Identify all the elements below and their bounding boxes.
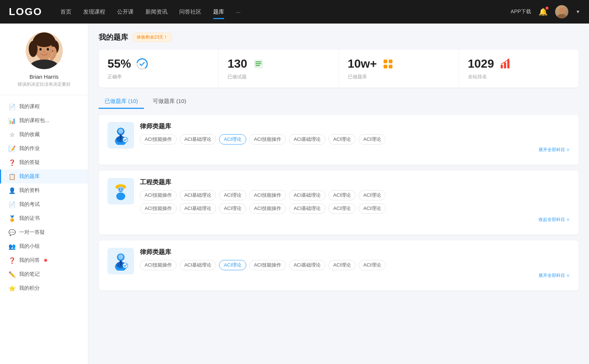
tag-2-3[interactable]: ACI理论 [219,190,246,200]
sidebar-menu-item-2[interactable]: ☆ 我的收藏 [0,128,88,142]
tag-3-2[interactable]: ACI基础理论 [180,260,216,270]
tag-2-13[interactable]: ACI理论 [328,203,356,214]
tag-1-7[interactable]: ACI理论 [359,134,386,144]
tag-2-11[interactable]: ACI技能操作 [249,203,286,214]
qbank-title-3: 律师类题库 [140,248,570,256]
sidebar-menu-item-8[interactable]: 🏅 我的证书 [0,211,88,225]
svg-rect-24 [501,65,503,68]
expand-btn-3[interactable]: 展开全部科目 ∨ [140,272,570,279]
nav-item-问答社区[interactable]: 问答社区 [179,7,201,17]
notification-bell[interactable]: 🔔 [539,7,548,16]
stat-questions-done-icon [252,57,265,71]
tag-1-5[interactable]: ACI基础理论 [289,134,326,144]
stat-rank-value: 1029 [468,57,494,71]
sidebar-menu-item-10[interactable]: 👥 我的小组 [0,239,88,253]
nav-item-题库[interactable]: 题库 [213,7,224,17]
sidebar-menu: 📄 我的课程 📊 我的课程包... ☆ 我的收藏 📝 我的作业 ❓ [0,100,88,295]
tag-3-6[interactable]: ACI理论 [328,260,356,270]
tag-3-7[interactable]: ACI理论 [359,260,386,270]
svg-rect-25 [504,63,506,68]
qbank-card-lawyer-2: 律师类题库 ACI技能操作 ACI基础理论 ACI理论 ACI技能操作 ACI基… [99,240,579,290]
qbank-icon-lawyer-1 [107,122,134,149]
tag-3-1[interactable]: ACI技能操作 [140,260,177,270]
stat-accuracy-icon [135,57,149,71]
tag-1-4[interactable]: ACI技能操作 [249,134,286,144]
tag-2-5[interactable]: ACI基础理论 [289,190,326,200]
qbank-card-engineer: 工程类题库 ACI技能操作 ACI基础理论 ACI理论 ACI技能操作 ACI基… [99,171,579,235]
svg-rect-23 [389,65,392,68]
svg-point-37 [116,192,125,200]
menu-label-7: 我的考试 [19,201,40,208]
svg-point-31 [118,129,123,134]
logo[interactable]: LOGO [9,6,46,18]
nav-item-发现课程[interactable]: 发现课程 [83,7,105,17]
menu-label-1: 我的课程包... [19,117,49,124]
sidebar-menu-item-1[interactable]: 📊 我的课程包... [0,114,88,128]
sidebar-menu-item-7[interactable]: 📄 我的考试 [0,197,88,211]
nav-item-新闻资讯[interactable]: 新闻资讯 [145,7,167,17]
tag-2-8[interactable]: ACI技能操作 [140,203,177,214]
tab-done[interactable]: 已做题库 (10) [99,95,144,109]
nav-item-公开课[interactable]: 公开课 [117,7,134,17]
tags-row-1: ACI技能操作 ACI基础理论 ACI理论 ACI技能操作 ACI基础理论 AC… [140,134,570,144]
tag-2-6[interactable]: ACI理论 [328,190,356,200]
svg-point-1 [557,14,567,18]
menu-icon-0: 📄 [9,103,15,110]
menu-label-4: 我的答疑 [19,159,40,166]
tag-1-2[interactable]: ACI基础理论 [180,134,216,144]
tag-2-10[interactable]: ACI理论 [219,203,246,214]
tag-2-4[interactable]: ACI技能操作 [249,190,286,200]
notification-dot [546,7,549,10]
tag-3-5[interactable]: ACI基础理论 [289,260,326,270]
menu-icon-5: 📋 [9,173,15,180]
tag-2-1[interactable]: ACI技能操作 [140,190,177,200]
sidebar-profile: Brian Harris 错误的决定比没有决定要好 [0,32,88,95]
sidebar-menu-item-3[interactable]: 📝 我的作业 [0,142,88,156]
sidebar-menu-item-5[interactable]: 📋 我的题库 [0,169,88,183]
tag-2-12[interactable]: ACI基础理论 [289,203,326,214]
sidebar-menu-item-12[interactable]: ✏️ 我的笔记 [0,267,88,281]
tag-3-4[interactable]: ACI技能操作 [249,260,286,270]
menu-label-12: 我的笔记 [19,271,40,278]
menu-label-2: 我的收藏 [19,131,40,138]
tab-available[interactable]: 可做题库 (10) [147,95,192,109]
nav-item-···[interactable]: ··· [236,7,241,17]
user-avatar[interactable] [555,5,568,18]
stat-questions-done-top: 130 [228,57,329,71]
tag-3-3[interactable]: ACI理论 [219,260,246,270]
qbank-header-2: 工程类题库 ACI技能操作 ACI基础理论 ACI理论 ACI技能操作 ACI基… [107,178,570,223]
stat-banks-done-icon [381,57,395,71]
stat-rank-top: 1029 [468,57,570,71]
app-download-link[interactable]: APP下载 [511,8,531,15]
svg-point-39 [121,189,123,190]
stat-rank-label: 全站排名 [468,74,570,80]
expand-btn-1[interactable]: 展开全部科目 ∨ [140,147,570,153]
sidebar-menu-item-6[interactable]: 👤 我的资料 [0,183,88,197]
collapse-btn-2[interactable]: 收起全部科目 ∧ [140,217,570,223]
svg-rect-17 [255,61,261,63]
menu-label-0: 我的课程 [19,103,40,110]
sidebar-menu-item-11[interactable]: ❓ 我的问答 [0,253,88,267]
menu-label-5: 我的题库 [19,173,40,180]
menu-icon-8: 🏅 [9,215,15,222]
sidebar-menu-item-0[interactable]: 📄 我的课程 [0,100,88,114]
sidebar-menu-item-9[interactable]: 💬 一对一答疑 [0,225,88,239]
menu-label-11: 我的问答 [19,257,40,264]
qbank-header-3: 律师类题库 ACI技能操作 ACI基础理论 ACI理论 ACI技能操作 ACI基… [107,248,570,279]
tag-2-14[interactable]: ACI理论 [359,203,386,214]
tag-1-1[interactable]: ACI技能操作 [140,134,177,144]
user-menu-chevron[interactable]: ▼ [576,9,580,14]
menu-label-13: 我的积分 [19,285,40,292]
tag-1-6[interactable]: ACI理论 [328,134,356,144]
tag-2-2[interactable]: ACI基础理论 [180,190,216,200]
sidebar-menu-item-4[interactable]: ❓ 我的答疑 [0,156,88,169]
nav-right: APP下载 🔔 ▼ [511,5,580,18]
sidebar-menu-item-13[interactable]: ⭐ 我的积分 [0,281,88,295]
tag-2-9[interactable]: ACI基础理论 [180,203,216,214]
tag-2-7[interactable]: ACI理论 [359,190,386,200]
svg-rect-26 [507,60,509,68]
sidebar: Brian Harris 错误的决定比没有决定要好 📄 我的课程 📊 我的课程包… [0,24,88,364]
tag-1-3[interactable]: ACI理论 [219,134,246,144]
nav-item-首页[interactable]: 首页 [60,7,71,17]
tags-row-2a: ACI技能操作 ACI基础理论 ACI理论 ACI技能操作 ACI基础理论 AC… [140,190,570,200]
